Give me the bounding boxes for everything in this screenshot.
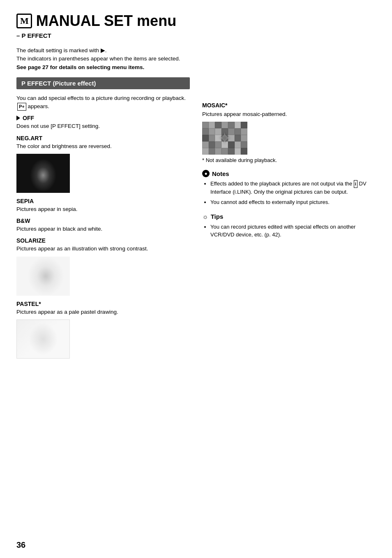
neg-art-image [16,154,70,193]
mosaic-cell [228,141,235,148]
right-column: MOSAIC* Pictures appear mosaic-patterned… [202,77,376,364]
p-badge: P+ [17,103,26,111]
section-header: P EFFECT (Picture effect) [16,77,190,89]
mosaic-cell [241,128,247,135]
mosaic-name: MOSAIC* [202,102,376,109]
mosaic-cell [215,135,221,141]
left-column: P EFFECT (Picture effect) You can add sp… [16,77,190,364]
page-number: 36 [16,540,25,550]
title-area: M MANUAL SET menu [16,12,376,30]
mosaic-cell [241,135,247,141]
mosaic-cell [215,128,221,135]
mosaic-cell [235,128,241,135]
effect-off: OFF Does not use [P EFFECT] setting. [16,115,190,130]
solarize-image [16,257,70,296]
effect-sepia: SEPIA Pictures appear in sepia. [16,198,190,213]
tips-icon: ☼ [202,213,208,220]
mosaic-cell [202,135,209,141]
intro-line1: The default setting is marked with ▶. [16,46,376,55]
effect-sepia-name: SEPIA [16,198,190,204]
effect-solarize-name: SOLARIZE [16,237,190,244]
section-intro-text: You can add special effects to a picture… [16,95,186,101]
mosaic-cell [209,141,215,148]
tips-list: You can record pictures edited with spec… [202,223,376,239]
mosaic-cell [235,148,241,155]
mosaic-cell [228,128,235,135]
mosaic-cell [221,122,228,128]
notes-section: ● Notes Effects added to the playback pi… [202,170,376,206]
effect-pastel: PASTEL* Pictures appear as a pale pastel… [16,301,190,359]
mosaic-cell [241,122,247,128]
mosaic-cell [235,141,241,148]
effect-bw-name: B&W [16,218,190,224]
notes-icon: ● [202,170,210,177]
section-intro-end: appears. [28,103,50,109]
mosaic-cell [221,148,228,155]
mosaic-cell [228,122,235,128]
mosaic-cell [209,128,215,135]
mosaic-cell [209,148,215,155]
mosaic-grid [202,122,247,155]
mosaic-cell [228,135,235,141]
intro-text: The default setting is marked with ▶. Th… [16,46,376,72]
tip-item-1: You can record pictures edited with spec… [210,223,376,239]
tips-header-text: Tips [211,213,224,220]
effect-bw-desc: Pictures appear in black and white. [16,225,190,233]
mosaic-cell [202,122,209,128]
effect-pastel-desc: Pictures appear as a pale pastel drawing… [16,308,190,316]
mosaic-cell [209,135,215,141]
mosaic-cell [215,148,221,155]
mosaic-image: ✦ [202,122,247,155]
effect-off-desc: Does not use [P EFFECT] setting. [16,122,190,130]
note-item-2: You cannot add effects to externally inp… [210,198,376,206]
effect-bw: B&W Pictures appear in black and white. [16,218,190,233]
dv-icon: i [354,180,357,188]
arrow-icon [16,116,20,120]
effect-neg-art-desc: The color and brightness are reversed. [16,142,190,150]
tips-section: ☼ Tips You can record pictures edited wi… [202,213,376,239]
effect-off-name: OFF [16,115,190,121]
mosaic-cell [235,135,241,141]
mosaic-cell [202,141,209,148]
mosaic-cell [215,122,221,128]
effect-sepia-desc: Pictures appear in sepia. [16,205,190,213]
mosaic-cell [209,122,215,128]
mosaic-cell [202,128,209,135]
notes-header-text: Notes [212,170,229,177]
mosaic-cell [228,148,235,155]
page: M MANUAL SET menu – P EFFECT The default… [0,0,392,558]
effect-solarize-desc: Pictures appear as an illustration with … [16,245,190,253]
notes-list: Effects added to the playback pictures a… [202,180,376,206]
mosaic-note: * Not available during playback. [202,157,376,163]
tips-header: ☼ Tips [202,213,376,220]
page-subtitle: – P EFFECT [16,32,376,39]
section-intro: You can add special effects to a picture… [16,94,190,111]
mosaic-cell [221,128,228,135]
mosaic-cell [221,135,228,141]
intro-line3: See page 27 for details on selecting men… [16,63,376,72]
mosaic-cell [215,141,221,148]
effect-neg-art: NEG.ART The color and brightness are rev… [16,135,190,193]
mosaic-cell [241,141,247,148]
effect-pastel-name: PASTEL* [16,301,190,307]
mosaic-cell [241,148,247,155]
pastel-image [16,320,70,359]
title-icon: M [16,14,32,28]
effect-neg-art-name: NEG.ART [16,135,190,141]
mosaic-cell [202,148,209,155]
intro-line2: The indicators in parentheses appear whe… [16,55,376,63]
effect-mosaic: MOSAIC* Pictures appear mosaic-patterned… [202,102,376,163]
note-item-1: Effects added to the playback pictures a… [210,180,376,196]
effect-solarize: SOLARIZE Pictures appear as an illustrat… [16,237,190,295]
main-columns: P EFFECT (Picture effect) You can add sp… [16,77,376,364]
mosaic-cell [221,141,228,148]
mosaic-cell [235,122,241,128]
notes-header: ● Notes [202,170,376,177]
page-title: MANUAL SET menu [36,12,176,30]
mosaic-desc: Pictures appear mosaic-patterned. [202,110,376,118]
